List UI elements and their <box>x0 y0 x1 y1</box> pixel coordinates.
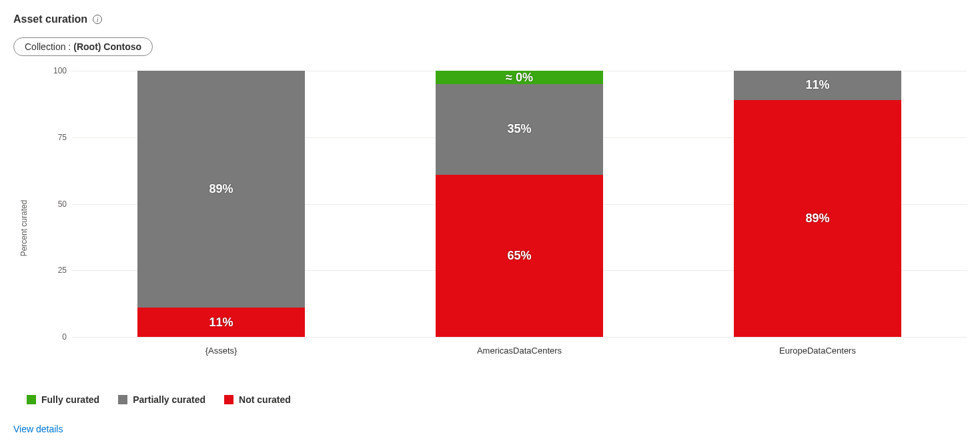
legend-label: Fully curated <box>41 394 99 405</box>
stacked-bar[interactable]: 89%11% <box>137 71 304 337</box>
bar-slot: ≈ 0%35%65% <box>370 71 668 337</box>
x-tick-label: {Assets} <box>72 338 370 356</box>
bar-slot: 11%89% <box>668 71 967 337</box>
gridline <box>72 337 967 338</box>
bar-segment[interactable]: 11% <box>137 308 304 337</box>
x-tick-label: AmericasDataCenters <box>370 338 668 356</box>
filter-value: (Root) Contoso <box>73 41 141 52</box>
section-title: Asset curation <box>13 13 87 25</box>
legend-item[interactable]: Fully curated <box>27 394 99 405</box>
bar-segment[interactable]: 11% <box>734 71 901 100</box>
y-tick-label: 100 <box>45 66 67 75</box>
bars-row: 89%11%≈ 0%35%65%11%89% <box>72 71 967 337</box>
bar-segment[interactable]: 89% <box>734 100 901 337</box>
filter-label: Collection : <box>25 41 71 52</box>
view-details-link[interactable]: View details <box>13 424 63 434</box>
legend-label: Not curated <box>239 394 291 405</box>
legend-swatch <box>224 395 233 404</box>
section-header: Asset curation i <box>13 13 967 25</box>
info-icon[interactable]: i <box>93 15 102 24</box>
legend: Fully curatedPartially curatedNot curate… <box>27 394 967 405</box>
x-tick-label: EuropeDataCenters <box>668 338 967 356</box>
legend-swatch <box>27 395 36 404</box>
legend-item[interactable]: Not curated <box>224 394 291 405</box>
x-labels: {Assets}AmericasDataCentersEuropeDataCen… <box>72 338 967 356</box>
bar-segment[interactable]: ≈ 0% <box>436 71 602 84</box>
collection-filter-pill[interactable]: Collection : (Root) Contoso <box>13 37 153 56</box>
y-tick-label: 50 <box>45 199 67 209</box>
y-tick-label: 75 <box>45 133 67 142</box>
plot-area: 0255075100 89%11%≈ 0%35%65%11%89% <box>72 71 967 338</box>
legend-item[interactable]: Partially curated <box>118 394 205 405</box>
bar-segment[interactable]: 35% <box>436 84 602 175</box>
chart-container: Percent curated 0255075100 89%11%≈ 0%35%… <box>13 64 967 382</box>
y-tick-label: 0 <box>45 332 67 342</box>
bar-segment[interactable]: 65% <box>436 175 602 337</box>
y-tick-label: 25 <box>45 266 67 275</box>
stacked-bar[interactable]: ≈ 0%35%65% <box>436 71 602 337</box>
bar-segment[interactable]: 89% <box>137 71 304 308</box>
legend-label: Partially curated <box>133 394 205 405</box>
y-axis-title: Percent curated <box>19 199 29 256</box>
bar-slot: 89%11% <box>72 71 370 337</box>
stacked-bar[interactable]: 11%89% <box>734 71 901 337</box>
legend-swatch <box>118 395 127 404</box>
